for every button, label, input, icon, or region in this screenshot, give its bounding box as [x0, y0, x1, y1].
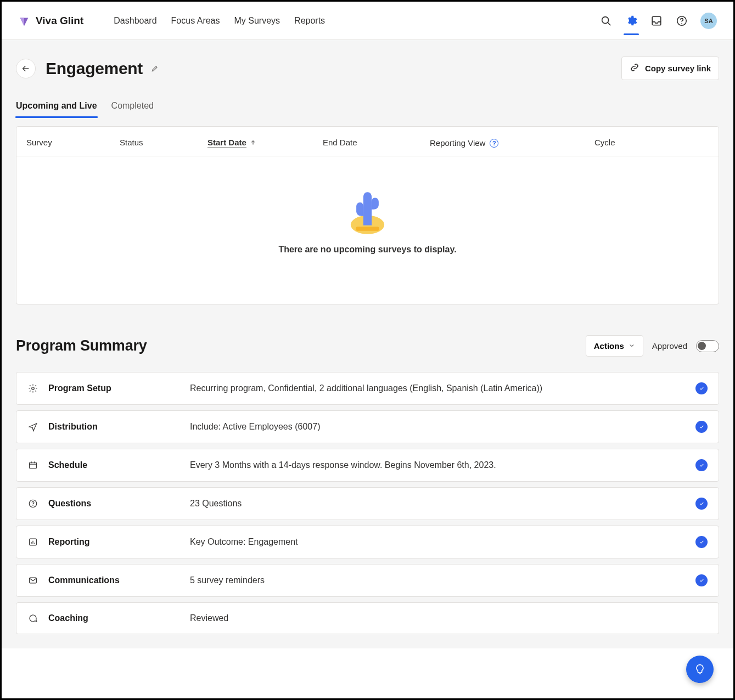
- page-header: Engagement Copy survey link: [16, 57, 719, 80]
- summary-row-communications[interactable]: Communications 5 survey reminders: [16, 564, 719, 597]
- page-title: Engagement: [46, 59, 143, 78]
- status-complete-icon: [695, 498, 708, 510]
- row-desc: Key Outcome: Engagement: [190, 537, 686, 547]
- row-desc: Reviewed: [190, 613, 708, 623]
- status-complete-icon: [695, 574, 708, 586]
- empty-state: There are no upcoming surveys to display…: [16, 156, 719, 304]
- row-desc: 23 Questions: [190, 499, 686, 509]
- program-summary-header: Program Summary Actions Approved: [16, 335, 719, 357]
- svg-line-1: [608, 22, 610, 25]
- top-nav: Dashboard Focus Areas My Surveys Reports: [114, 16, 325, 26]
- summary-row-coaching[interactable]: Coaching Reviewed: [16, 602, 719, 634]
- link-icon: [630, 63, 639, 74]
- program-summary-title: Program Summary: [16, 337, 147, 354]
- row-title: Coaching: [48, 613, 180, 623]
- inbox-icon[interactable]: [650, 14, 663, 27]
- table-header: Survey Status Start Date End Date Report…: [16, 127, 719, 156]
- surveys-card: Survey Status Start Date End Date Report…: [16, 126, 719, 304]
- cactus-illustration-icon: [344, 184, 391, 236]
- copy-survey-link-button[interactable]: Copy survey link: [621, 57, 719, 80]
- col-start-date-label: Start Date: [207, 138, 246, 148]
- brand[interactable]: Viva Glint: [18, 15, 83, 27]
- edit-title-icon[interactable]: [150, 64, 159, 73]
- svg-rect-6: [356, 227, 379, 231]
- row-desc: Recurring program, Confidential, 2 addit…: [190, 383, 686, 393]
- sort-ascending-icon: [250, 138, 256, 148]
- copy-survey-link-label: Copy survey link: [645, 64, 711, 73]
- col-reporting-view[interactable]: Reporting View ?: [430, 138, 594, 148]
- row-title: Distribution: [48, 422, 180, 432]
- summary-row-schedule[interactable]: Schedule Every 3 Months with a 14-days r…: [16, 449, 719, 482]
- bar-chart-icon: [27, 537, 38, 547]
- nav-focus-areas[interactable]: Focus Areas: [171, 16, 220, 26]
- nav-my-surveys[interactable]: My Surveys: [234, 16, 280, 26]
- actions-button-label: Actions: [594, 341, 624, 351]
- status-complete-icon: [695, 459, 708, 471]
- row-desc: 5 survey reminders: [190, 575, 686, 585]
- reporting-view-info-icon[interactable]: ?: [490, 139, 498, 148]
- search-icon[interactable]: [599, 14, 613, 27]
- viva-glint-logo-icon: [18, 15, 30, 27]
- tabs: Upcoming and Live Completed: [16, 101, 719, 117]
- svg-point-10: [32, 505, 33, 506]
- actions-button[interactable]: Actions: [586, 335, 643, 357]
- approved-label: Approved: [652, 341, 687, 351]
- user-avatar[interactable]: SA: [700, 13, 717, 29]
- send-icon: [27, 421, 38, 432]
- empty-state-text: There are no upcoming surveys to display…: [16, 245, 719, 255]
- row-title: Communications: [48, 575, 180, 585]
- svg-point-0: [602, 16, 609, 23]
- summary-row-distribution[interactable]: Distribution Include: Active Employees (…: [16, 410, 719, 443]
- help-icon[interactable]: [675, 14, 688, 27]
- col-survey[interactable]: Survey: [26, 138, 120, 148]
- idea-fab-button[interactable]: [686, 656, 714, 683]
- status-complete-icon: [695, 382, 708, 394]
- chevron-down-icon: [629, 341, 635, 351]
- question-circle-icon: [27, 498, 38, 509]
- col-start-date[interactable]: Start Date: [207, 138, 323, 148]
- nav-reports[interactable]: Reports: [294, 16, 325, 26]
- nav-dashboard[interactable]: Dashboard: [114, 16, 156, 26]
- svg-point-7: [32, 387, 35, 390]
- approved-toggle[interactable]: [696, 340, 719, 352]
- col-cycle[interactable]: Cycle: [594, 138, 709, 148]
- svg-rect-8: [30, 462, 37, 468]
- summary-list: Program Setup Recurring program, Confide…: [16, 372, 719, 634]
- row-title: Reporting: [48, 537, 180, 547]
- tab-upcoming-and-live[interactable]: Upcoming and Live: [16, 101, 97, 117]
- settings-icon[interactable]: [625, 14, 638, 27]
- chat-icon: [27, 613, 38, 624]
- back-button[interactable]: [16, 59, 36, 78]
- top-actions: SA: [599, 13, 717, 29]
- row-desc: Include: Active Employees (6007): [190, 422, 686, 432]
- app-header: Viva Glint Dashboard Focus Areas My Surv…: [2, 2, 733, 40]
- brand-name: Viva Glint: [36, 15, 83, 27]
- calendar-icon: [27, 460, 38, 471]
- mail-icon: [27, 575, 38, 586]
- status-complete-icon: [695, 536, 708, 548]
- col-end-date[interactable]: End Date: [323, 138, 430, 148]
- gear-icon: [27, 383, 38, 394]
- status-complete-icon: [695, 421, 708, 433]
- row-desc: Every 3 Months with a 14-days response w…: [190, 460, 686, 470]
- col-status[interactable]: Status: [120, 138, 207, 148]
- row-title: Schedule: [48, 460, 180, 470]
- summary-row-reporting[interactable]: Reporting Key Outcome: Engagement: [16, 526, 719, 558]
- summary-row-questions[interactable]: Questions 23 Questions: [16, 487, 719, 520]
- program-summary-actions: Actions Approved: [586, 335, 719, 357]
- row-title: Questions: [48, 499, 180, 509]
- tab-completed[interactable]: Completed: [111, 101, 154, 117]
- svg-point-4: [681, 22, 682, 24]
- summary-row-program-setup[interactable]: Program Setup Recurring program, Confide…: [16, 372, 719, 405]
- row-title: Program Setup: [48, 383, 180, 393]
- page-body: Engagement Copy survey link Upcoming and…: [2, 40, 733, 648]
- svg-rect-2: [652, 16, 661, 25]
- col-reporting-view-label: Reporting View: [430, 138, 485, 148]
